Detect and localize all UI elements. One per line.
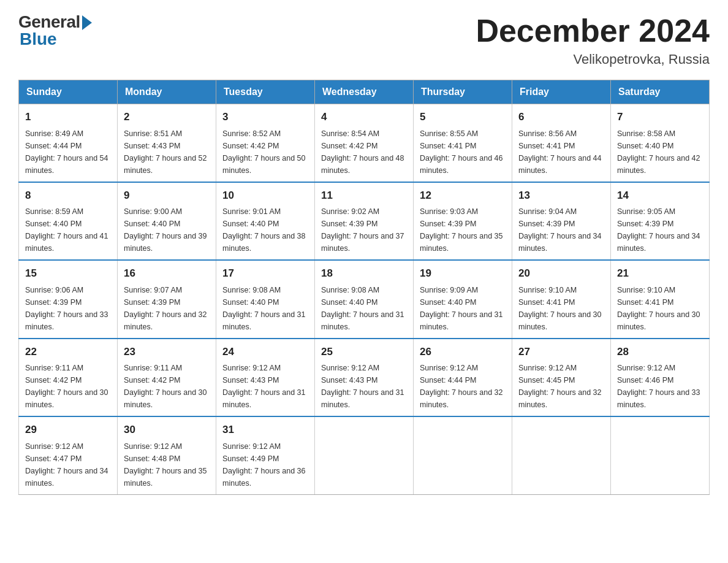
calendar-cell: 30 Sunrise: 9:12 AMSunset: 4:48 PMDaylig…: [118, 416, 216, 494]
day-info: Sunrise: 8:49 AMSunset: 4:44 PMDaylight:…: [25, 129, 108, 175]
day-info: Sunrise: 9:12 AMSunset: 4:47 PMDaylight:…: [25, 442, 108, 488]
calendar-cell: 21 Sunrise: 9:10 AMSunset: 4:41 PMDaylig…: [611, 260, 710, 339]
day-number: 28: [617, 344, 703, 360]
calendar-cell: 5 Sunrise: 8:55 AMSunset: 4:41 PMDayligh…: [414, 104, 512, 182]
calendar-cell: 1 Sunrise: 8:49 AMSunset: 4:44 PMDayligh…: [19, 104, 118, 182]
day-info: Sunrise: 9:10 AMSunset: 4:41 PMDaylight:…: [617, 286, 700, 331]
day-number: 18: [321, 266, 407, 282]
day-info: Sunrise: 9:08 AMSunset: 4:40 PMDaylight:…: [222, 286, 306, 331]
calendar-cell: [315, 416, 414, 494]
day-number: 7: [617, 109, 703, 125]
day-info: Sunrise: 8:52 AMSunset: 4:42 PMDaylight:…: [222, 129, 306, 175]
calendar-cell: 22 Sunrise: 9:11 AMSunset: 4:42 PMDaylig…: [19, 339, 118, 417]
day-number: 23: [124, 344, 210, 360]
calendar-cell: 27 Sunrise: 9:12 AMSunset: 4:45 PMDaylig…: [512, 339, 611, 417]
day-number: 12: [420, 188, 506, 204]
day-info: Sunrise: 8:58 AMSunset: 4:40 PMDaylight:…: [617, 129, 700, 175]
day-number: 6: [518, 109, 604, 125]
day-info: Sunrise: 9:04 AMSunset: 4:39 PMDaylight:…: [518, 207, 602, 253]
calendar-cell: 15 Sunrise: 9:06 AMSunset: 4:39 PMDaylig…: [19, 260, 118, 339]
day-info: Sunrise: 9:07 AMSunset: 4:39 PMDaylight:…: [124, 286, 207, 331]
calendar-cell: 20 Sunrise: 9:10 AMSunset: 4:41 PMDaylig…: [512, 260, 611, 339]
day-info: Sunrise: 9:12 AMSunset: 4:44 PMDaylight:…: [420, 364, 503, 409]
day-number: 14: [617, 188, 703, 204]
calendar-week-row: 15 Sunrise: 9:06 AMSunset: 4:39 PMDaylig…: [19, 260, 710, 339]
calendar-cell: 4 Sunrise: 8:54 AMSunset: 4:42 PMDayligh…: [315, 104, 414, 182]
calendar-header-saturday: Saturday: [611, 80, 710, 104]
day-number: 4: [321, 109, 407, 125]
calendar-cell: 13 Sunrise: 9:04 AMSunset: 4:39 PMDaylig…: [512, 182, 611, 261]
day-number: 31: [222, 422, 308, 438]
day-info: Sunrise: 9:12 AMSunset: 4:45 PMDaylight:…: [518, 364, 602, 409]
day-number: 3: [222, 109, 308, 125]
day-info: Sunrise: 9:12 AMSunset: 4:49 PMDaylight:…: [222, 442, 306, 488]
calendar-cell: 16 Sunrise: 9:07 AMSunset: 4:39 PMDaylig…: [118, 260, 216, 339]
calendar-header-friday: Friday: [512, 80, 611, 104]
month-title: December 2024: [476, 12, 710, 49]
day-number: 8: [25, 188, 111, 204]
logo: General Blue: [18, 12, 92, 49]
calendar-header-monday: Monday: [118, 80, 216, 104]
day-number: 9: [124, 188, 210, 204]
day-number: 27: [518, 344, 604, 360]
calendar-cell: 6 Sunrise: 8:56 AMSunset: 4:41 PMDayligh…: [512, 104, 611, 182]
day-info: Sunrise: 9:05 AMSunset: 4:39 PMDaylight:…: [617, 207, 700, 253]
day-info: Sunrise: 9:10 AMSunset: 4:41 PMDaylight:…: [518, 286, 602, 331]
day-number: 20: [518, 266, 604, 282]
calendar-header-row: SundayMondayTuesdayWednesdayThursdayFrid…: [19, 80, 710, 104]
calendar-week-row: 1 Sunrise: 8:49 AMSunset: 4:44 PMDayligh…: [19, 104, 710, 182]
day-info: Sunrise: 9:12 AMSunset: 4:46 PMDaylight:…: [617, 364, 700, 409]
day-number: 22: [25, 344, 111, 360]
calendar-cell: 9 Sunrise: 9:00 AMSunset: 4:40 PMDayligh…: [118, 182, 216, 261]
day-number: 5: [420, 109, 506, 125]
calendar-cell: 19 Sunrise: 9:09 AMSunset: 4:40 PMDaylig…: [414, 260, 512, 339]
day-info: Sunrise: 8:55 AMSunset: 4:41 PMDaylight:…: [420, 129, 503, 175]
logo-blue-text: Blue: [20, 29, 57, 49]
calendar-header-sunday: Sunday: [19, 80, 118, 104]
calendar-cell: 17 Sunrise: 9:08 AMSunset: 4:40 PMDaylig…: [216, 260, 315, 339]
day-info: Sunrise: 9:12 AMSunset: 4:43 PMDaylight:…: [321, 364, 404, 409]
calendar-cell: 26 Sunrise: 9:12 AMSunset: 4:44 PMDaylig…: [414, 339, 512, 417]
day-number: 19: [420, 266, 506, 282]
day-info: Sunrise: 9:09 AMSunset: 4:40 PMDaylight:…: [420, 286, 503, 331]
day-number: 2: [124, 109, 210, 125]
day-number: 16: [124, 266, 210, 282]
day-number: 1: [25, 109, 111, 125]
day-number: 13: [518, 188, 604, 204]
day-number: 17: [222, 266, 308, 282]
day-info: Sunrise: 9:00 AMSunset: 4:40 PMDaylight:…: [124, 207, 207, 253]
day-number: 10: [222, 188, 308, 204]
calendar-cell: 12 Sunrise: 9:03 AMSunset: 4:39 PMDaylig…: [414, 182, 512, 261]
day-number: 11: [321, 188, 407, 204]
logo-arrow-icon: [82, 15, 92, 30]
calendar-cell: 7 Sunrise: 8:58 AMSunset: 4:40 PMDayligh…: [611, 104, 710, 182]
calendar-cell: 10 Sunrise: 9:01 AMSunset: 4:40 PMDaylig…: [216, 182, 315, 261]
day-info: Sunrise: 9:12 AMSunset: 4:43 PMDaylight:…: [222, 364, 306, 409]
calendar-cell: 18 Sunrise: 9:08 AMSunset: 4:40 PMDaylig…: [315, 260, 414, 339]
day-info: Sunrise: 9:12 AMSunset: 4:48 PMDaylight:…: [124, 442, 207, 488]
calendar-cell: 14 Sunrise: 9:05 AMSunset: 4:39 PMDaylig…: [611, 182, 710, 261]
calendar-header-tuesday: Tuesday: [216, 80, 315, 104]
calendar-cell: [611, 416, 710, 494]
day-number: 15: [25, 266, 111, 282]
calendar-cell: 23 Sunrise: 9:11 AMSunset: 4:42 PMDaylig…: [118, 339, 216, 417]
calendar-cell: 25 Sunrise: 9:12 AMSunset: 4:43 PMDaylig…: [315, 339, 414, 417]
calendar-cell: 11 Sunrise: 9:02 AMSunset: 4:39 PMDaylig…: [315, 182, 414, 261]
calendar-cell: 24 Sunrise: 9:12 AMSunset: 4:43 PMDaylig…: [216, 339, 315, 417]
day-info: Sunrise: 8:59 AMSunset: 4:40 PMDaylight:…: [25, 207, 108, 253]
day-info: Sunrise: 8:56 AMSunset: 4:41 PMDaylight:…: [518, 129, 602, 175]
calendar-header-wednesday: Wednesday: [315, 80, 414, 104]
calendar-cell: 3 Sunrise: 8:52 AMSunset: 4:42 PMDayligh…: [216, 104, 315, 182]
location-subtitle: Velikopetrovka, Russia: [476, 52, 710, 67]
calendar-cell: [512, 416, 611, 494]
calendar-week-row: 29 Sunrise: 9:12 AMSunset: 4:47 PMDaylig…: [19, 416, 710, 494]
calendar-cell: 29 Sunrise: 9:12 AMSunset: 4:47 PMDaylig…: [19, 416, 118, 494]
calendar-cell: 2 Sunrise: 8:51 AMSunset: 4:43 PMDayligh…: [118, 104, 216, 182]
calendar-cell: [414, 416, 512, 494]
day-info: Sunrise: 9:03 AMSunset: 4:39 PMDaylight:…: [420, 207, 503, 253]
day-info: Sunrise: 9:01 AMSunset: 4:40 PMDaylight:…: [222, 207, 306, 253]
day-number: 26: [420, 344, 506, 360]
day-info: Sunrise: 8:54 AMSunset: 4:42 PMDaylight:…: [321, 129, 404, 175]
day-info: Sunrise: 9:11 AMSunset: 4:42 PMDaylight:…: [25, 364, 108, 409]
day-info: Sunrise: 9:02 AMSunset: 4:39 PMDaylight:…: [321, 207, 404, 253]
